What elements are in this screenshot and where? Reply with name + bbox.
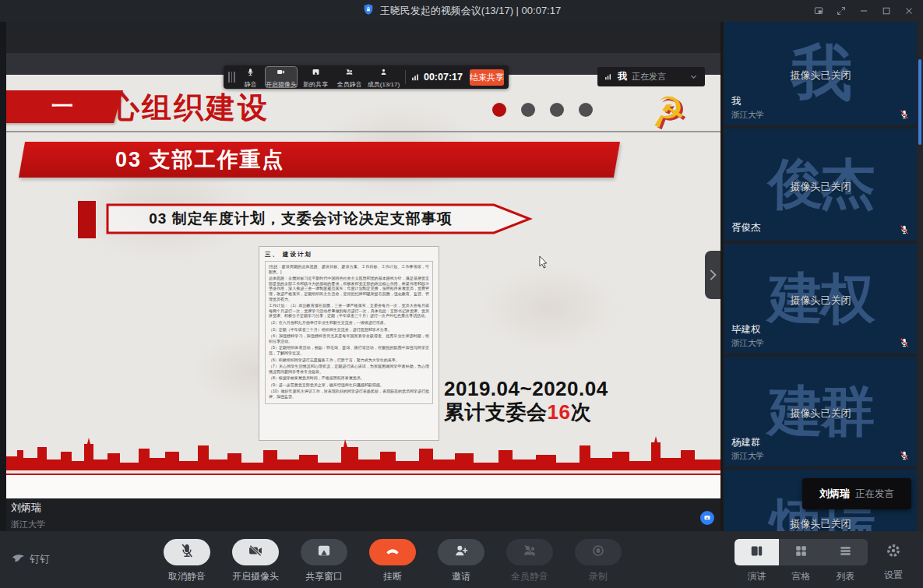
dingtalk-wing-icon bbox=[11, 551, 26, 566]
record-button[interactable]: 录制 bbox=[567, 539, 629, 583]
slide-section-banner-text: 03 支部工作重点 bbox=[22, 142, 617, 178]
document-paragraph: （7）关心同学生活情况和心理状况，定期进行谈心谈话，为家庭困难同学申请补助，为心… bbox=[269, 364, 429, 374]
meeting-timer-value: 00:07:17 bbox=[424, 72, 463, 83]
maximize-icon[interactable] bbox=[880, 5, 893, 17]
settings-button[interactable]: 设置 bbox=[872, 542, 915, 582]
members-icon bbox=[379, 65, 388, 79]
hangup-handset-icon bbox=[385, 543, 400, 562]
stats-count-line: 累计支委会16次 bbox=[444, 400, 608, 424]
camera-icon bbox=[277, 65, 285, 79]
document-paragraph: （6）积极组织同学进行志愿服务工作，行胜于言，努力成为大学生的表率。 bbox=[269, 357, 429, 363]
record-icon bbox=[590, 543, 606, 562]
share-window-icon bbox=[312, 65, 320, 79]
toolbar-divider bbox=[405, 70, 406, 84]
toolbar-members-label: 成员(13/17) bbox=[368, 80, 400, 89]
mic-off-icon bbox=[179, 543, 195, 562]
document-paragraph: [包括：建设周期的总体思路、建设目标、建设方案、工作目标、工作计划、工作事项等，… bbox=[269, 264, 429, 274]
slide-document-block: 三、 建设计划 [包括：建设周期的总体思路、建设目标、建设方案、工作目标、工作计… bbox=[259, 246, 439, 441]
active-speaker-status: 正在发言 bbox=[632, 71, 666, 83]
participant-tile[interactable]: 建权 摄像头已关闭 毕建权 浙江大学 bbox=[724, 244, 917, 354]
toolbar-mute-all-button[interactable]: 全员静音 bbox=[333, 66, 366, 88]
stats-suffix: 次 bbox=[570, 400, 591, 424]
toolbar-drag-handle[interactable] bbox=[228, 72, 235, 83]
mic-muted-icon bbox=[899, 450, 910, 461]
microphone-icon bbox=[246, 65, 255, 79]
toolbar-camera-label: 开启摄像头 bbox=[266, 80, 297, 89]
camera-off-icon bbox=[248, 543, 263, 562]
participants-sidebar: 我 摄像头已关闭 我 浙江大学 俊杰 摄像头已关闭 胥俊杰 建权 摄像头已关闭 … bbox=[723, 22, 923, 531]
view-list-button[interactable]: 列表 bbox=[823, 539, 868, 583]
hangup-label: 挂断 bbox=[383, 570, 402, 583]
end-share-button[interactable]: 结束共享 bbox=[470, 69, 504, 86]
view-speaker-button[interactable]: 演讲 bbox=[735, 539, 779, 583]
slide-stats: 2019.04~2020.04 累计支委会16次 bbox=[444, 377, 608, 424]
meeting-lock-shield-icon bbox=[362, 3, 375, 19]
video-letterbox-top bbox=[6, 22, 720, 53]
invite-person-add-icon bbox=[453, 543, 469, 562]
record-label: 录制 bbox=[589, 570, 608, 583]
active-speaker-widget[interactable]: 我 正在发言 bbox=[597, 67, 705, 86]
invite-button[interactable]: 邀请 bbox=[430, 539, 492, 583]
participant-name: 毕建权 bbox=[731, 323, 761, 336]
slide-red-accent-block bbox=[78, 201, 96, 238]
participant-org: 浙江大学 bbox=[731, 110, 764, 121]
unmute-button[interactable]: 取消静音 bbox=[156, 539, 218, 583]
toolbar-mute-all-label: 全员静音 bbox=[337, 80, 362, 89]
document-paragraph: （9）进一步完善党支部党员之家，确实增强师生归属感和获得感。 bbox=[269, 382, 429, 388]
document-paragraph: （5）定期组织体育活动，例如：羽毛球、篮球、骑行等活动，在愉悦的氛围中加强与同学… bbox=[269, 345, 429, 355]
presenter-org: 浙江大学 bbox=[11, 519, 45, 530]
slide-pagination-dot bbox=[492, 103, 506, 117]
mic-muted-icon bbox=[899, 224, 910, 235]
camera-on-label: 开启摄像头 bbox=[232, 570, 279, 583]
document-paragraph: （8）根据学校发展党员时间，严格按照程序发展党员。 bbox=[269, 375, 429, 381]
document-paragraph: （2）在六月份和九月份举行毕业生和新生交流会，一级级进行传承。 bbox=[269, 320, 429, 326]
participant-org: 浙江大学 bbox=[731, 338, 764, 349]
slide-section-banner: 03 支部工作重点 bbox=[19, 142, 620, 178]
minimize-icon[interactable] bbox=[858, 5, 870, 17]
participant-name: 杨建群 bbox=[731, 436, 761, 449]
toolbar-camera-button[interactable]: 开启摄像头 bbox=[265, 66, 298, 88]
slide-bottom-margin bbox=[6, 475, 720, 498]
participant-tile[interactable]: 俊杰 摄像头已关闭 胥俊杰 bbox=[724, 129, 917, 241]
active-speaker-name: 我 bbox=[618, 70, 627, 83]
mute-all-label: 全员静音 bbox=[511, 570, 548, 583]
stats-number: 16 bbox=[548, 400, 571, 424]
mic-muted-icon bbox=[899, 109, 910, 120]
next-slide-chevron[interactable] bbox=[705, 251, 720, 299]
meeting-timer: 00:07:17 bbox=[411, 72, 463, 83]
slide-pagination-dot bbox=[521, 103, 535, 117]
slide-arrow-callout-text: 03 制定年度计划，支委会讨论决定支部事项 bbox=[106, 202, 495, 236]
document-paragraph: 总体思路：全面对标习近平新时代中国特色社会主义思想和党的基本路线方针，满足基层党… bbox=[269, 276, 429, 301]
camera-off-label: 摄像头已关闭 bbox=[724, 180, 917, 194]
dingtalk-logo-text: 钉钉 bbox=[30, 552, 50, 566]
camera-on-button[interactable]: 开启摄像头 bbox=[224, 539, 287, 583]
camera-off-label: 摄像头已关闭 bbox=[724, 517, 917, 531]
toolbar-new-share-button[interactable]: 新的共享 bbox=[299, 66, 332, 88]
invite-label: 邀请 bbox=[452, 570, 470, 583]
mute-all-button[interactable]: 全员静音 bbox=[498, 539, 561, 583]
document-paragraph: 工作计划：（1）政治教育摆在前面，三会一课严格落实，支委会每月一次，党员大会每月… bbox=[269, 303, 429, 319]
hangup-button[interactable]: 挂断 bbox=[361, 539, 424, 583]
toolbar-mute-button[interactable]: 静音 bbox=[238, 66, 263, 88]
view-grid-button[interactable]: 宫格 bbox=[779, 539, 823, 583]
share-window-label: 共享窗口 bbox=[305, 570, 343, 583]
share-window-button[interactable]: 共享窗口 bbox=[293, 539, 355, 583]
toolbar-members-button[interactable]: 成员(13/17) bbox=[368, 66, 400, 88]
participant-tile[interactable]: 我 摄像头已关闭 我 浙江大学 bbox=[724, 22, 917, 125]
mini-window-icon[interactable] bbox=[812, 5, 825, 17]
city-skyline-graphic bbox=[6, 436, 720, 470]
participant-tile[interactable]: 建群 摄像头已关闭 杨建群 浙江大学 bbox=[724, 357, 917, 467]
toolbar-mute-label: 静音 bbox=[245, 80, 257, 89]
chevron-down-icon[interactable] bbox=[689, 70, 698, 84]
camera-off-label: 摄像头已关闭 bbox=[724, 294, 917, 308]
signal-bars-icon bbox=[411, 72, 421, 82]
sidebar-scrollbar-thumb[interactable] bbox=[918, 59, 921, 145]
slide-pagination-dot bbox=[579, 103, 593, 117]
signal-bars-icon bbox=[604, 72, 613, 81]
meeting-control-bar: 钉钉 取消静音 开启摄像头 共享窗口 挂断 邀请 全员静音 录制 bbox=[0, 531, 923, 588]
fullscreen-icon[interactable] bbox=[835, 5, 847, 17]
close-icon[interactable] bbox=[903, 5, 915, 17]
camera-off-label: 摄像头已关闭 bbox=[724, 407, 917, 421]
titlebar: 王晓民发起的视频会议(13/17) | 00:07:17 bbox=[0, 0, 923, 22]
camera-off-label: 摄像头已关闭 bbox=[724, 69, 917, 83]
